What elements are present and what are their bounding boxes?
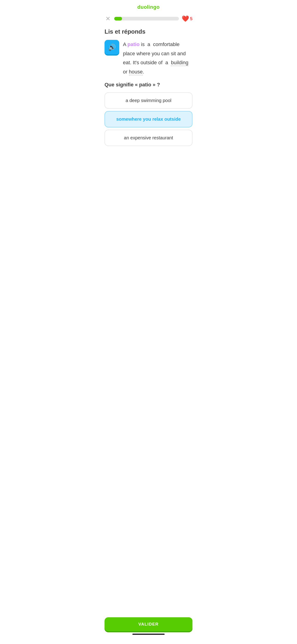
close-icon: ✕ bbox=[106, 16, 110, 22]
option-1-text: a deep swimming pool bbox=[126, 98, 172, 103]
option-3-text: an expensive restaurant bbox=[124, 135, 173, 140]
home-indicator bbox=[132, 634, 164, 635]
progress-bar-fill bbox=[114, 17, 122, 20]
heart-icon: ❤️ bbox=[182, 15, 189, 22]
option-1-button[interactable]: a deep swimming pool bbox=[104, 92, 192, 109]
lives-count: 5 bbox=[190, 16, 192, 22]
underlined-word-building: building bbox=[171, 60, 188, 66]
spacer bbox=[104, 154, 192, 200]
instruction-title: Lis et réponds bbox=[104, 28, 192, 35]
main-content: Lis et réponds 🔊 A patio is a comfortabl… bbox=[99, 26, 198, 200]
bottom-section: VALIDER bbox=[99, 614, 198, 644]
option-3-button[interactable]: an expensive restaurant bbox=[104, 130, 192, 146]
highlighted-word-patio: patio bbox=[128, 42, 140, 47]
options-container: a deep swimming pool somewhere you relax… bbox=[104, 92, 192, 146]
reading-block: 🔊 A patio is a comfortable place where y… bbox=[104, 40, 192, 76]
close-button[interactable]: ✕ bbox=[104, 15, 112, 22]
validate-button[interactable]: VALIDER bbox=[104, 617, 192, 631]
top-bar: duolingo bbox=[99, 0, 198, 12]
progress-bar-container bbox=[114, 17, 179, 20]
option-2-text: somewhere you relax outside bbox=[116, 116, 181, 122]
nav-bar: ✕ ❤️ 5 bbox=[99, 12, 198, 26]
audio-button[interactable]: 🔊 bbox=[104, 40, 119, 54]
option-2-button[interactable]: somewhere you relax outside bbox=[104, 111, 192, 127]
reading-text: A patio is a comfortable place where you… bbox=[123, 40, 192, 76]
question-title: Que signifie « patio » ? bbox=[104, 82, 192, 88]
app-logo: duolingo bbox=[138, 4, 160, 10]
underlined-word-house: house bbox=[129, 69, 143, 75]
lives-container: ❤️ 5 bbox=[182, 15, 192, 22]
speaker-icon: 🔊 bbox=[108, 44, 116, 51]
